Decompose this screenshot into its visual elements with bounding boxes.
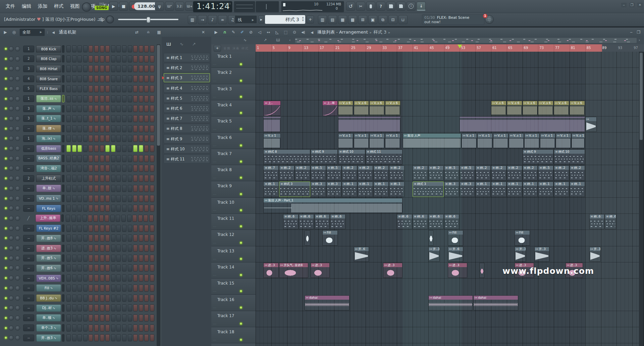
step-cell[interactable] — [111, 165, 115, 172]
playlist-clip[interactable]: ≡样..5 — [538, 165, 553, 181]
step-cell[interactable] — [83, 95, 88, 102]
playlist-clip[interactable]: ↦开..6 — [448, 247, 463, 262]
channel-pan-knob[interactable] — [9, 335, 14, 340]
pattern-list-item[interactable]: ≡ 样式 6 — [164, 104, 210, 113]
step-cell[interactable] — [128, 145, 132, 152]
step-cell[interactable] — [89, 275, 93, 282]
step-cell[interactable] — [116, 314, 121, 322]
step-cell[interactable] — [144, 215, 148, 222]
channel-mixer-route[interactable]: 4 — [23, 76, 34, 82]
step-cell[interactable] — [66, 185, 71, 192]
track-header[interactable]: Track 12··· — [211, 230, 256, 246]
channel-select-indicator[interactable] — [62, 275, 64, 282]
playlist-clip[interactable]: ≡样..1 — [523, 182, 538, 197]
step-cell[interactable] — [150, 225, 154, 232]
step-cell[interactable] — [105, 235, 110, 242]
rack-filter-icon[interactable]: ◎ — [11, 30, 17, 35]
channel-led[interactable] — [4, 47, 7, 50]
step-cell[interactable] — [94, 325, 99, 332]
step-cell[interactable] — [89, 65, 93, 72]
step-cell[interactable] — [150, 175, 154, 182]
channel-mixer-route[interactable]: -- — [23, 325, 34, 331]
step-cell[interactable] — [94, 65, 99, 72]
step-cell[interactable] — [72, 95, 76, 102]
step-cell[interactable] — [94, 135, 99, 142]
step-cell[interactable] — [133, 195, 138, 202]
channel-mixer-route[interactable]: -- — [23, 205, 34, 212]
playlist-clip[interactable]: ↦开头气..音效8 — [279, 263, 308, 278]
step-cell[interactable] — [144, 55, 149, 62]
step-cell[interactable] — [72, 155, 76, 162]
step-cell[interactable] — [77, 295, 82, 302]
step-cell[interactable] — [77, 255, 82, 262]
playlist-clip[interactable]: ↦V..s 1 — [493, 133, 508, 148]
channel-pan-knob[interactable] — [9, 186, 14, 191]
track-grip[interactable]: ··· — [213, 323, 217, 326]
next-icon[interactable]: → — [198, 15, 207, 24]
step-cell[interactable] — [77, 245, 82, 252]
step-cell[interactable] — [83, 325, 88, 332]
playlist-clip[interactable]: ↦V..s 1 — [354, 133, 369, 148]
step-cell[interactable] — [77, 135, 82, 142]
step-cell[interactable] — [150, 75, 154, 82]
step-cell[interactable] — [83, 285, 88, 292]
playlist-clip[interactable]: ↦V..s 6 — [369, 101, 385, 116]
playlist-clip[interactable]: ↦V..s 1 — [572, 133, 585, 148]
step-cell[interactable] — [94, 205, 99, 212]
add-marker-icon[interactable]: + — [214, 45, 221, 52]
step-cell[interactable] — [66, 205, 71, 212]
channel-pan-knob[interactable] — [9, 206, 14, 211]
channel-volume-knob[interactable] — [15, 56, 20, 61]
step-cell[interactable] — [83, 145, 88, 152]
step-cell[interactable] — [66, 195, 71, 202]
step-cell[interactable] — [111, 255, 115, 262]
step-cell[interactable] — [150, 145, 154, 152]
step-cell[interactable] — [111, 45, 115, 52]
step-cell[interactable] — [100, 125, 104, 132]
channel-select-indicator[interactable] — [62, 294, 64, 302]
step-cell[interactable] — [72, 275, 76, 282]
channel-select-indicator[interactable] — [62, 175, 64, 182]
channel-volume-knob[interactable] — [15, 216, 20, 221]
step-cell[interactable] — [100, 145, 104, 152]
step-cell[interactable] — [111, 145, 115, 152]
step-cell[interactable] — [150, 295, 154, 302]
step-cell[interactable] — [89, 304, 93, 311]
step-cell[interactable] — [122, 205, 126, 212]
channel-mixer-route[interactable]: -- — [23, 295, 34, 301]
step-cell[interactable] — [105, 325, 110, 332]
pat-song-toggle[interactable]: PAT SONG — [95, 2, 108, 11]
channel-volume-knob[interactable] — [15, 305, 20, 310]
track-grip[interactable]: ··· — [213, 339, 217, 342]
channel-volume-knob[interactable] — [15, 156, 20, 161]
step-cell[interactable] — [139, 85, 143, 92]
step-cell[interactable] — [94, 235, 99, 242]
close-icon[interactable]: ✕ — [637, 3, 643, 7]
step-cell[interactable] — [72, 85, 76, 92]
step-cell[interactable] — [150, 135, 154, 142]
step-cell[interactable] — [105, 165, 110, 172]
step-cell[interactable] — [94, 215, 98, 222]
channel-pan-knob[interactable] — [9, 196, 14, 201]
playlist-clip[interactable] — [338, 117, 400, 132]
pattern-list-item[interactable]: ≡ 样式 11 — [164, 154, 210, 163]
step-cell[interactable] — [144, 125, 149, 132]
step-cell[interactable] — [133, 255, 138, 262]
playlist-clip[interactable] — [263, 117, 281, 132]
step-cell[interactable] — [138, 215, 143, 222]
playlist-clip[interactable]: ↦V..s 1 — [385, 133, 400, 148]
playlist-overview-scrollbar[interactable] — [295, 38, 637, 43]
step-cell[interactable] — [116, 285, 121, 292]
step-cell[interactable] — [150, 325, 154, 332]
step-cell[interactable] — [144, 65, 149, 72]
step-cell[interactable] — [149, 215, 154, 222]
channel-button[interactable]: VEH..085∿ — [36, 275, 61, 282]
channel-led[interactable] — [4, 107, 7, 110]
step-cell[interactable] — [111, 195, 115, 202]
step-cell[interactable] — [133, 185, 138, 192]
step-cell[interactable] — [89, 245, 93, 252]
playlist-clip[interactable]: ≡样..6 — [444, 214, 460, 229]
restore-icon[interactable]: ❐ — [629, 3, 635, 7]
step-cell[interactable] — [83, 185, 88, 192]
channel-button[interactable]: 落泪..ss∿ — [36, 95, 61, 102]
